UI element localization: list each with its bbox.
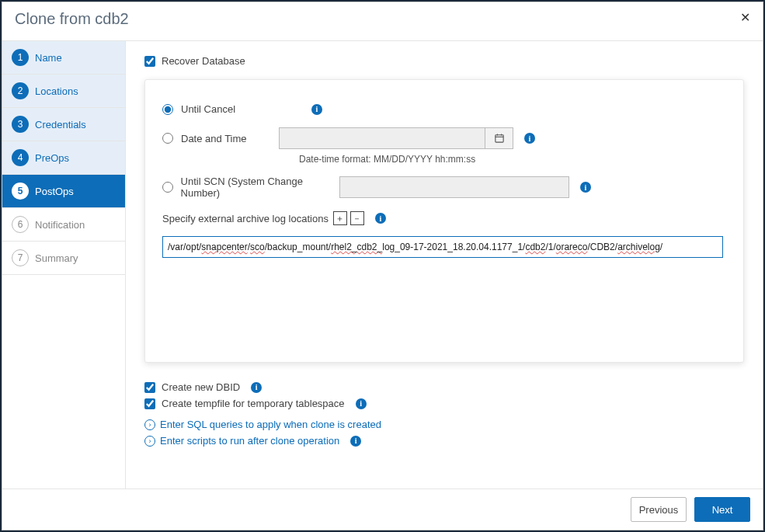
until-scn-row: Until SCN (System Change Number) i: [162, 176, 723, 199]
step-number: 7: [12, 249, 29, 266]
recover-database-row: Recover Database: [144, 55, 744, 67]
recover-options-card: Until Cancel i Date and Time i: [144, 79, 744, 363]
sidebar-step-notification[interactable]: 6 Notification: [2, 208, 125, 242]
step-label: PreOps: [35, 152, 69, 164]
close-icon[interactable]: ✕: [740, 10, 750, 24]
info-icon[interactable]: i: [580, 182, 591, 193]
new-dbid-checkbox[interactable]: [144, 382, 155, 393]
info-icon[interactable]: i: [350, 436, 361, 447]
step-number: 6: [12, 216, 29, 233]
archive-log-label: Specify external archive log locations: [162, 213, 329, 224]
until-cancel-row: Until Cancel i: [162, 103, 723, 115]
new-dbid-label: Create new DBID: [162, 381, 240, 393]
step-number: 2: [12, 82, 29, 99]
tempfile-checkbox[interactable]: [144, 398, 155, 409]
step-number: 1: [12, 49, 29, 66]
step-label: Summary: [35, 252, 78, 264]
wizard-sidebar: 1 Name 2 Locations 3 Credentials 4 PreOp…: [2, 41, 126, 489]
main-panel: Recover Database Until Cancel i Date and…: [126, 41, 763, 489]
step-label: Notification: [35, 219, 85, 231]
new-dbid-row: Create new DBID i: [144, 381, 744, 393]
tempfile-label: Create tempfile for temporary tablespace: [162, 398, 345, 409]
archive-log-label-row: Specify external archive log locations ＋…: [162, 211, 723, 225]
add-location-icon[interactable]: ＋: [333, 211, 347, 225]
dialog-title: Clone from cdb2: [15, 10, 129, 28]
info-icon[interactable]: i: [375, 213, 386, 224]
remove-location-icon[interactable]: －: [350, 211, 364, 225]
next-button[interactable]: Next: [694, 497, 750, 522]
sql-queries-expand[interactable]: › Enter SQL queries to apply when clone …: [144, 419, 744, 430]
sql-queries-label: Enter SQL queries to apply when clone is…: [160, 419, 381, 430]
step-number: 4: [12, 149, 29, 166]
step-label: Credentials: [35, 119, 86, 130]
calendar-icon[interactable]: [485, 127, 513, 149]
date-time-row: Date and Time i: [162, 127, 723, 149]
info-icon[interactable]: i: [356, 398, 367, 409]
info-icon[interactable]: i: [251, 382, 262, 393]
info-icon[interactable]: i: [311, 104, 322, 115]
until-scn-radio[interactable]: [162, 182, 173, 193]
step-label: Name: [35, 52, 62, 64]
sidebar-step-locations[interactable]: 2 Locations: [2, 75, 125, 108]
dialog-header: Clone from cdb2 ✕: [2, 2, 763, 41]
recover-database-checkbox[interactable]: [144, 56, 155, 67]
sidebar-step-name[interactable]: 1 Name: [2, 41, 125, 75]
until-scn-label: Until SCN (System Change Number): [181, 176, 339, 199]
date-time-radio[interactable]: [162, 133, 173, 144]
svg-rect-0: [495, 135, 502, 142]
date-format-hint: Date-time format: MM/DD/YYYY hh:mm:ss: [299, 154, 723, 165]
chevron-right-icon: ›: [144, 436, 155, 447]
dialog-body: 1 Name 2 Locations 3 Credentials 4 PreOp…: [2, 41, 763, 489]
date-time-label: Date and Time: [181, 133, 247, 144]
sidebar-step-postops[interactable]: 5 PostOps: [2, 175, 125, 208]
tempfile-row: Create tempfile for temporary tablespace…: [144, 398, 744, 409]
sidebar-step-preops[interactable]: 4 PreOps: [2, 141, 125, 175]
until-cancel-label: Until Cancel: [181, 103, 235, 115]
scripts-label: Enter scripts to run after clone operati…: [160, 435, 339, 447]
previous-button[interactable]: Previous: [631, 497, 687, 522]
recover-database-label: Recover Database: [162, 55, 245, 67]
date-time-input[interactable]: [279, 127, 485, 149]
chevron-right-icon: ›: [144, 419, 155, 430]
step-number: 5: [12, 183, 29, 200]
clone-dialog: Clone from cdb2 ✕ 1 Name 2 Locations 3 C…: [2, 2, 763, 530]
archive-log-path-input[interactable]: /var/opt/snapcenter/sco/backup_mount/rhe…: [162, 236, 723, 258]
info-icon[interactable]: i: [524, 133, 535, 144]
step-label: PostOps: [35, 186, 74, 197]
step-number: 3: [12, 116, 29, 133]
scn-input[interactable]: [339, 176, 569, 198]
scripts-expand[interactable]: › Enter scripts to run after clone opera…: [144, 435, 744, 447]
sidebar-step-summary[interactable]: 7 Summary: [2, 242, 125, 275]
until-cancel-radio[interactable]: [162, 104, 173, 115]
step-label: Locations: [35, 85, 78, 97]
dialog-footer: Previous Next: [2, 489, 763, 530]
sidebar-step-credentials[interactable]: 3 Credentials: [2, 108, 125, 141]
